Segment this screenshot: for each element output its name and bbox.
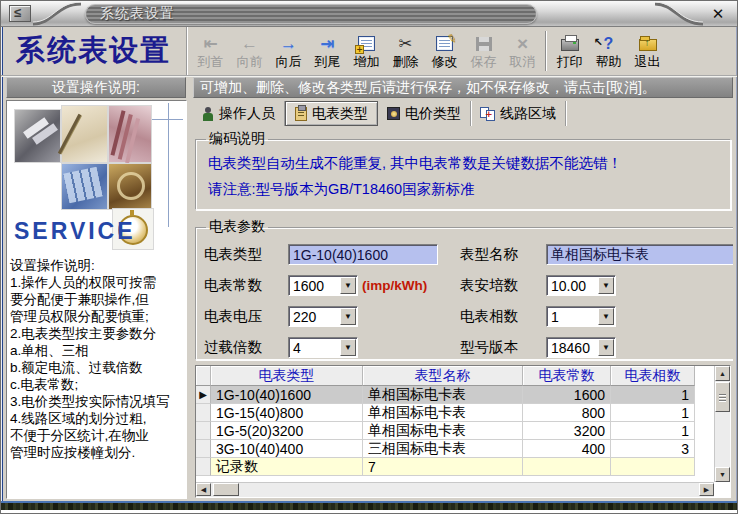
sidebar-caption: 设置操作说明: xyxy=(6,77,186,98)
col-header-phases[interactable]: 电表相数 xyxy=(611,366,695,386)
titlebar-swoosh-right xyxy=(653,2,705,26)
modify-button[interactable]: ✎ 修改 xyxy=(425,29,464,73)
voltage-select[interactable]: 220 ▼ xyxy=(288,306,358,327)
chevron-down-icon[interactable]: ▼ xyxy=(340,308,356,325)
exit-folder-icon xyxy=(639,39,657,51)
goto-last-icon: ⇥ xyxy=(320,35,334,52)
cancel-button[interactable]: × 取消 xyxy=(503,29,542,73)
field-label-model-name: 表型名称 xyxy=(460,245,546,264)
field-label-voltage: 电表电压 xyxy=(204,307,288,326)
chevron-down-icon[interactable]: ▼ xyxy=(598,277,614,294)
vertical-scrollbar[interactable]: ▲ ▼ xyxy=(714,366,730,482)
close-button[interactable]: ✕ xyxy=(705,4,731,24)
col-header-meter-type[interactable]: 电表类型 xyxy=(211,366,363,386)
field-label-overload: 过载倍数 xyxy=(204,338,288,357)
data-grid: 电表类型 表型名称 电表常数 电表相数 ▶ 1G-10(40)1600 单相国标… xyxy=(195,365,731,498)
params-group-title: 电表参数 xyxy=(206,218,268,236)
vertical-scroll-thumb[interactable] xyxy=(715,382,730,412)
delete-button[interactable]: ✂ 删除 xyxy=(386,29,425,73)
titlebar: 系统表设置 ✕ xyxy=(1,1,737,27)
table-row[interactable]: 1G-5(20)3200 单相国标电卡表 3200 1 xyxy=(196,422,714,440)
scissors-icon: ✂ xyxy=(399,34,412,53)
tab-operators[interactable]: 操作人员 xyxy=(193,101,285,126)
app-window: 系统表设置 ✕ 系统表设置 ⇤ 到首 ← 向前 → 向后 ⇥ xyxy=(0,0,738,514)
tab-bar: 操作人员 电表类型 电价类型 + 线路区域 xyxy=(193,100,733,127)
titlebar-band: 系统表设置 xyxy=(85,4,537,24)
photo-pens xyxy=(109,106,151,162)
field-label-model-version: 型号版本 xyxy=(460,338,546,357)
chevron-down-icon[interactable]: ▼ xyxy=(598,339,614,356)
edit-icon: ✎ xyxy=(436,36,453,51)
field-label-meter-type: 电表类型 xyxy=(204,245,288,264)
exit-button[interactable]: 退出 xyxy=(628,29,667,73)
help-button[interactable]: ↖? 帮助 xyxy=(589,29,628,73)
table-row[interactable]: 3G-10(40)400 三相国标电卡表 400 3 xyxy=(196,440,714,458)
params-groupbox: 电表参数 电表类型 1G-10(40)1600 表型名称 单相国标电卡表 电表常… xyxy=(195,218,733,360)
overload-select[interactable]: 4 ▼ xyxy=(288,337,358,358)
col-header-model-name[interactable]: 表型名称 xyxy=(363,366,523,386)
titlebar-swoosh-left xyxy=(31,2,83,26)
pages-icon: + xyxy=(480,107,495,121)
service-text: SERVICE xyxy=(14,218,136,245)
tab-price-type[interactable]: 电价类型 xyxy=(378,101,471,126)
field-label-meter-constant: 电表常数 xyxy=(204,276,288,295)
record-count-value: 7 xyxy=(363,458,523,476)
coding-note-2: 请注意:型号版本为GB/T18460国家新标准 xyxy=(204,176,722,202)
meter-type-input[interactable]: 1G-10(40)1600 xyxy=(288,244,438,265)
scroll-up-icon[interactable]: ▲ xyxy=(715,366,730,381)
chevron-down-icon[interactable]: ▼ xyxy=(340,339,356,356)
close-icon: ✕ xyxy=(712,5,725,23)
arrow-right-icon: → xyxy=(280,35,297,52)
table-row[interactable]: ▶ 1G-10(40)1600 单相国标电卡表 1600 1 xyxy=(196,386,714,404)
content-panel: 操作人员 电表类型 电价类型 + 线路区域 编码说明 电表类型自动生成不能 xyxy=(193,100,733,499)
window-bottom-edge xyxy=(1,501,737,513)
hint-caption: 可增加、删除、修改各类型后请进行保存，如不保存修改，请点击[取消]。 xyxy=(193,77,733,98)
goto-last-button[interactable]: ⇥ 到尾 xyxy=(308,29,347,73)
model-name-input[interactable]: 单相国标电卡表 xyxy=(546,244,733,265)
chevron-down-icon[interactable]: ▼ xyxy=(340,277,356,294)
scroll-right-icon[interactable]: ▶ xyxy=(699,483,714,496)
page-title: 系统表设置 xyxy=(1,27,187,75)
coding-note-1: 电表类型自动生成不能重复, 其中电表常数是关键数据不能选错！ xyxy=(204,150,722,176)
help-icon: ↖? xyxy=(604,35,614,53)
meter-constant-select[interactable]: 1600 ▼ xyxy=(288,275,358,296)
record-count-row: 记录数 7 xyxy=(196,458,714,476)
scroll-left-icon[interactable]: ◀ xyxy=(196,483,211,496)
scroll-down-icon[interactable]: ▼ xyxy=(715,467,730,482)
photo-tools xyxy=(15,110,60,162)
horizontal-scroll-thumb[interactable] xyxy=(213,483,239,496)
tab-meter-type[interactable]: 电表类型 xyxy=(285,101,378,126)
cancel-x-icon: × xyxy=(517,33,528,55)
next-button[interactable]: → 向后 xyxy=(269,29,308,73)
coding-group-title: 编码说明 xyxy=(206,130,268,148)
app-logo-icon xyxy=(9,5,31,22)
record-count-label: 记录数 xyxy=(211,458,363,476)
main-area: SERVICE 设置操作说明: 1.操作人员的权限可按需 要分配便于兼职操作,但… xyxy=(1,98,737,501)
floppy-save-icon xyxy=(476,37,492,51)
grid-header-row: 电表类型 表型名称 电表常数 电表相数 xyxy=(196,366,714,386)
table-row[interactable]: 1G-15(40)800 单相国标电卡表 800 1 xyxy=(196,404,714,422)
printer-icon xyxy=(561,39,579,51)
field-label-phases: 电表相数 xyxy=(460,307,546,326)
header-row: 系统表设置 ⇤ 到首 ← 向前 → 向后 ⇥ 到尾 + 增加 xyxy=(1,27,737,76)
phases-select[interactable]: 1 ▼ xyxy=(546,306,616,327)
coding-groupbox: 编码说明 电表类型自动生成不能重复, 其中电表常数是关键数据不能选错！ 请注意:… xyxy=(195,130,731,210)
horizontal-scrollbar[interactable]: ◀ ▶ xyxy=(196,482,714,497)
print-button[interactable]: 打印 xyxy=(550,29,589,73)
arrow-left-icon: ← xyxy=(241,35,258,52)
chevron-down-icon[interactable]: ▼ xyxy=(598,308,614,325)
save-button[interactable]: 保存 xyxy=(464,29,503,73)
book-icon xyxy=(387,107,400,120)
amperage-select[interactable]: 10.00 ▼ xyxy=(546,275,616,296)
col-header-constant[interactable]: 电表常数 xyxy=(523,366,611,386)
add-button[interactable]: + 增加 xyxy=(347,29,386,73)
tab-line-area[interactable]: + 线路区域 xyxy=(471,101,566,126)
field-label-amperage: 表安培数 xyxy=(460,276,546,295)
goto-first-button[interactable]: ⇤ 到首 xyxy=(191,29,230,73)
service-collage: SERVICE xyxy=(10,103,183,249)
previous-button[interactable]: ← 向前 xyxy=(230,29,269,73)
caption-strips: 设置操作说明: 可增加、删除、修改各类型后请进行保存，如不保存修改，请点击[取消… xyxy=(1,77,737,98)
model-version-select[interactable]: 18460 ▼ xyxy=(546,337,616,358)
row-indicator-icon: ▶ xyxy=(199,389,207,400)
person-icon xyxy=(202,107,214,121)
